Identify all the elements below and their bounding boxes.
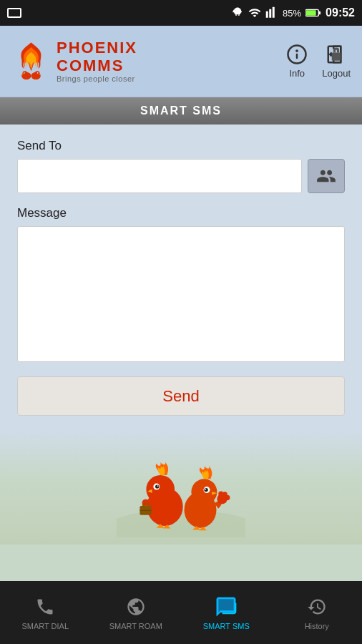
signal-icon — [265, 6, 278, 19]
history-icon — [305, 595, 328, 618]
mascot-area — [0, 430, 362, 545]
status-bar: 85% 09:52 — [0, 0, 362, 26]
smart-dial-label: SMART DIAL — [21, 622, 69, 630]
logo-text: PHOENIX COMMS Brings people closer — [57, 39, 137, 82]
smart-sms-label: SMART SMS — [203, 622, 250, 630]
svg-point-34 — [225, 495, 230, 500]
smart-roam-icon — [124, 595, 147, 618]
svg-rect-16 — [332, 53, 341, 61]
history-label: History — [305, 622, 329, 630]
info-button[interactable]: Info — [286, 44, 308, 79]
main-content: Send To Message Send — [0, 125, 362, 430]
smart-roam-label: SMART ROAM — [109, 622, 162, 630]
nav-item-history[interactable]: History — [272, 588, 363, 638]
clock: 09:52 — [326, 6, 355, 19]
battery-icon — [305, 8, 321, 18]
wifi-icon — [248, 6, 261, 19]
logout-button[interactable]: Logout — [322, 44, 351, 79]
smart-sms-icon — [215, 595, 238, 618]
nav-item-smart-roam[interactable]: SMART ROAM — [91, 588, 182, 638]
nav-item-smart-sms[interactable]: SMART SMS — [181, 588, 272, 638]
bottom-nav: SMART DIAL SMART ROAM SMART SMS History — [0, 581, 362, 644]
svg-point-10 — [38, 72, 39, 73]
phoenix-logo-icon — [11, 40, 51, 83]
mascot-svg — [117, 437, 245, 537]
svg-rect-1 — [318, 11, 321, 15]
brand-name: PHOENIX COMMS — [57, 39, 137, 74]
section-title-bar: SMART SMS — [0, 97, 362, 125]
info-label: Info — [289, 68, 305, 79]
svg-rect-2 — [306, 10, 316, 15]
send-to-input[interactable] — [17, 159, 302, 193]
contacts-button[interactable] — [308, 159, 345, 193]
header-actions: Info Logout — [286, 44, 351, 79]
message-label: Message — [17, 206, 345, 220]
send-button[interactable]: Send — [17, 376, 345, 416]
logo-area: PHOENIX COMMS Brings people closer — [11, 39, 137, 82]
contacts-icon — [316, 166, 336, 186]
section-title: SMART SMS — [140, 104, 222, 117]
alarm-icon — [231, 6, 244, 19]
logout-icon — [326, 44, 347, 65]
message-input[interactable] — [17, 226, 345, 362]
svg-point-19 — [146, 475, 175, 504]
app-header: PHOENIX COMMS Brings people closer Info — [0, 26, 362, 97]
nav-item-smart-dial[interactable]: SMART DIAL — [0, 588, 91, 638]
battery-level: 85% — [283, 8, 301, 19]
info-icon — [286, 44, 308, 65]
send-to-label: Send To — [17, 139, 345, 153]
tagline: Brings people closer — [57, 74, 137, 83]
screen-capture-icon — [7, 8, 21, 18]
svg-point-30 — [205, 489, 206, 490]
svg-point-21 — [155, 484, 159, 488]
logout-label: Logout — [322, 68, 351, 79]
svg-point-9 — [24, 72, 25, 73]
smart-dial-icon — [34, 595, 57, 618]
status-left-icons — [7, 8, 21, 18]
svg-point-22 — [157, 485, 159, 487]
send-to-row — [17, 159, 345, 193]
svg-point-29 — [204, 488, 207, 492]
status-right-icons: 85% 09:52 — [231, 6, 355, 19]
